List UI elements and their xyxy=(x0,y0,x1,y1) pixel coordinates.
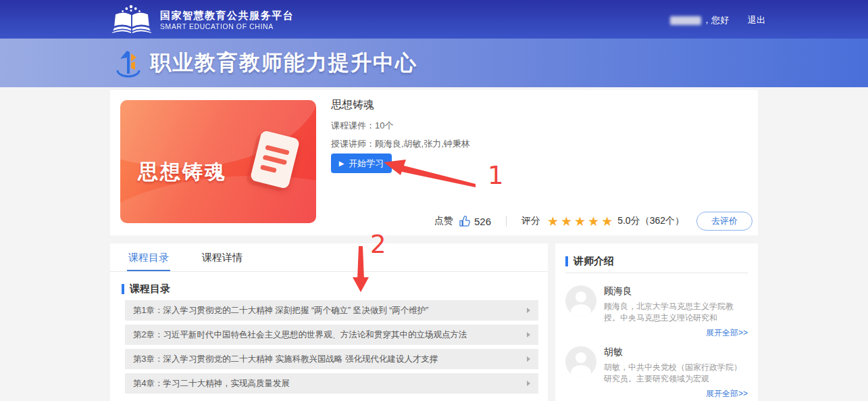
platform-logo: 国家智慧教育公共服务平台 SMART EDUCATION OF CHINA xyxy=(110,5,294,34)
course-title: 思想铸魂 xyxy=(331,98,374,112)
expand-all-link[interactable]: 展开全部>> xyxy=(706,388,748,400)
start-learning-button[interactable]: ▶ 开始学习 xyxy=(331,154,392,173)
course-card: 思想铸魂 思想铸魂 课程课件：10个 授课讲师：顾海良,胡敏,张力,钟秉林 ▶ … xyxy=(110,90,758,235)
courseware-count: 课程课件：10个 xyxy=(331,120,393,132)
course-banner-image: 思想铸魂 xyxy=(120,100,316,223)
chapter-row[interactable]: 第1章：深入学习贯彻党的二十大精神 深刻把握 “两个确立” 坚决做到 “两个维护… xyxy=(125,300,538,321)
chapter-title: 第1章：深入学习贯彻党的二十大精神 深刻把握 “两个确立” 坚决做到 “两个维护… xyxy=(133,305,429,316)
top-header: 国家智慧教育公共服务平台 SMART EDUCATION OF CHINA ，您… xyxy=(0,0,868,39)
platform-name-en: SMART EDUCATION OF CHINA xyxy=(160,22,294,31)
chapter-title: 第3章：深入学习贯彻党的二十大精神 实施科教兴国战略 强化现代化建设人才支撑 xyxy=(133,354,438,365)
go-review-button[interactable]: 去评价 xyxy=(696,212,752,231)
rating-value: 5.0分（362个） xyxy=(617,215,684,227)
chapter-title: 第2章：习近平新时代中国特色社会主义思想的世界观、方法论和贯穿其中的立场观点方法 xyxy=(133,329,467,341)
center-logo-icon xyxy=(113,48,143,78)
tab-course-catalog[interactable]: 课程目录 xyxy=(127,243,170,271)
teacher-section-head: 讲师介绍 xyxy=(565,255,614,268)
center-title: 职业教育教师能力提升中心 xyxy=(150,39,417,87)
instructors-line: 授课讲师：顾海良,胡敏,张力,钟秉林 xyxy=(331,138,470,150)
chapter-title: 第4章：学习二十大精神，实现高质量发展 xyxy=(133,378,290,390)
divider xyxy=(565,273,748,273)
page: 国家智慧教育公共服务平台 SMART EDUCATION OF CHINA ，您… xyxy=(0,0,868,401)
book-logo-icon xyxy=(110,5,153,34)
chapter-row[interactable]: 第3章：深入学习贯彻党的二十大精神 实施科教兴国战略 强化现代化建设人才支撑 xyxy=(125,349,538,369)
thumbs-up-icon[interactable] xyxy=(459,215,471,228)
chapter-row[interactable]: 第2章：习近平新时代中国特色社会主义思想的世界观、方法论和贯穿其中的立场观点方法 xyxy=(125,325,538,345)
user-area: ，您好 退出 xyxy=(670,14,765,26)
chapter-row[interactable]: 第4章：学习二十大精神，实现高质量发展 xyxy=(125,373,538,394)
rating-label: 评分 xyxy=(521,215,540,227)
greeting-text: ，您好 xyxy=(703,14,729,26)
instructor-bio: 胡敏，中共中央党校（国家行政学院）研究员。主要研究领域为宏观 xyxy=(604,362,748,385)
catalog-section-head: 课程目录 xyxy=(122,283,170,296)
instructor-bio: 顾海良，北京大学马克思主义学院教授。中央马克思主义理论研究和 xyxy=(604,301,748,324)
catalog-section-title: 课程目录 xyxy=(130,283,170,296)
section-marker xyxy=(565,256,568,266)
instructor-name: 胡敏 xyxy=(604,346,623,358)
avatar xyxy=(565,285,596,316)
tabs: 课程目录 课程详情 xyxy=(127,243,244,271)
divider xyxy=(110,271,548,272)
chevron-right-icon xyxy=(527,356,530,362)
avatar xyxy=(565,346,596,377)
center-banner: 职业教育教师能力提升中心 xyxy=(0,39,868,87)
catalog-card: 课程目录 课程详情 课程目录 第1章：深入学习贯彻党的二十大精神 深刻把握 “两… xyxy=(110,243,548,401)
logout-link[interactable]: 退出 xyxy=(748,14,765,26)
stats-row: 点赞 526 评分 ★★★★★ 5.0分（362个） 去评价 xyxy=(434,212,752,231)
start-learning-label: 开始学习 xyxy=(349,158,384,170)
username-redacted xyxy=(670,16,701,25)
banner-course-name: 思想铸魂 xyxy=(138,158,227,186)
platform-name: 国家智慧教育公共服务平台 xyxy=(160,9,294,22)
teacher-section-title: 讲师介绍 xyxy=(573,255,614,268)
chevron-right-icon xyxy=(527,332,530,337)
doc-line xyxy=(263,154,288,165)
rating-stars: ★★★★★ xyxy=(547,215,615,228)
chevron-right-icon xyxy=(527,381,530,386)
likes-count: 526 xyxy=(474,216,491,227)
doc-line xyxy=(260,164,277,173)
platform-logo-text: 国家智慧教育公共服务平台 SMART EDUCATION OF CHINA xyxy=(160,9,294,31)
instructor-name: 顾海良 xyxy=(604,285,632,298)
divider xyxy=(506,216,507,227)
likes-label: 点赞 xyxy=(434,215,453,227)
expand-all-link[interactable]: 展开全部>> xyxy=(706,327,748,339)
tab-course-details[interactable]: 课程详情 xyxy=(201,243,244,271)
play-icon: ▶ xyxy=(339,160,344,167)
doc-line xyxy=(265,145,290,156)
chapter-list: 第1章：深入学习贯彻党的二十大精神 深刻把握 “两个确立” 坚决做到 “两个维护… xyxy=(125,300,538,398)
section-marker xyxy=(122,284,124,294)
chevron-right-icon xyxy=(527,308,530,313)
teacher-card: 讲师介绍 顾海良 顾海良，北京大学马克思主义学院教授。中央马克思主义理论研究和 … xyxy=(555,243,758,401)
